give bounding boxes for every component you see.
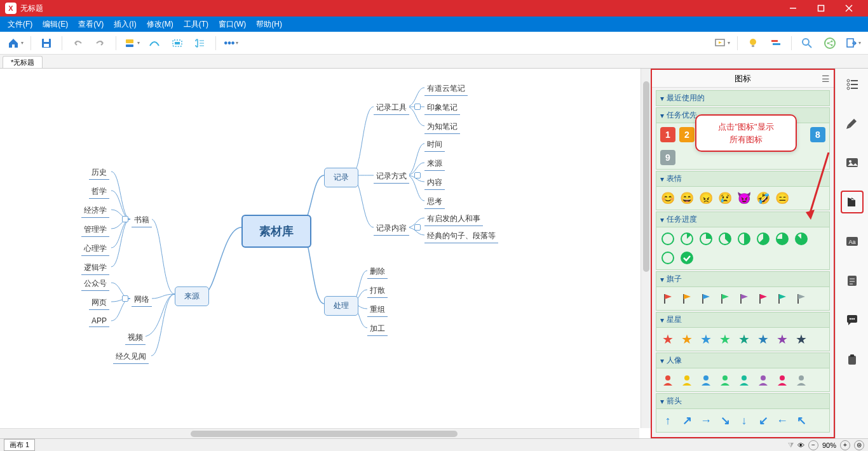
boundary-button[interactable] [167,34,187,52]
comments-panel-button[interactable] [841,309,864,332]
undo-button[interactable] [67,34,88,52]
emotion-icon[interactable]: 😑 [775,191,790,206]
node-record-tool[interactable]: 记录工具 [374,101,409,115]
menu-modify[interactable]: 修改(M) [142,17,179,32]
task-panel-button[interactable] [841,348,864,371]
priority-icon[interactable]: 8 [810,127,825,142]
icons-panel-button[interactable] [841,191,864,213]
star-icon[interactable]: ★ [698,332,714,347]
progress-icon[interactable] [660,250,675,266]
star-icon[interactable]: ★ [756,332,771,347]
menu-file[interactable]: 文件(F) [3,17,37,32]
person-icon[interactable] [736,372,752,387]
node-leaf[interactable]: 网页 [89,296,109,310]
flag-icon[interactable] [679,291,695,306]
format-panel-button[interactable] [841,112,864,135]
filter-icon[interactable]: ⧩ [788,441,794,449]
star-icon[interactable]: ★ [717,332,733,347]
node-leaf[interactable]: 印象笔记 [424,101,460,115]
minimize-button[interactable] [779,0,807,17]
more-button[interactable]: •••▾ [221,34,241,52]
flag-icon[interactable] [775,291,790,306]
arrow-icon[interactable]: → [698,413,714,428]
node-central[interactable]: 素材库 [241,215,311,248]
node-record-content[interactable]: 记录内容 [374,222,409,236]
fork-icon[interactable] [414,224,421,231]
progress-icon[interactable] [775,231,790,246]
node-leaf[interactable]: 公众号 [81,277,109,291]
close-button[interactable] [835,0,863,17]
scrollbar-vertical[interactable] [641,69,651,428]
relationship-button[interactable] [144,34,165,52]
node-leaf[interactable]: 思考 [424,195,445,209]
section-recent[interactable]: ▾ 最近使用的 [656,90,830,106]
star-icon[interactable]: ★ [736,332,752,347]
priority-icon[interactable]: 2 [679,127,695,142]
zoom-fit-button[interactable]: ⊜ [854,440,864,450]
progress-done-icon[interactable] [679,250,695,266]
arrow-icon[interactable]: ↘ [717,413,733,428]
flag-icon[interactable] [794,291,809,306]
text-panel-button[interactable]: Aa [841,230,864,253]
person-icon[interactable] [698,372,714,387]
emotion-icon[interactable]: 🤣 [756,191,771,206]
section-emotion[interactable]: ▾ 表情 [656,171,830,187]
node-network[interactable]: 网络 [132,293,152,307]
summary-button[interactable] [190,34,210,52]
image-panel-button[interactable] [841,151,864,174]
star-icon[interactable]: ★ [794,332,809,347]
arrow-icon[interactable]: ← [775,413,790,428]
person-icon[interactable] [717,372,733,387]
progress-icon[interactable] [660,231,675,246]
menu-insert[interactable]: 插入(I) [109,17,141,32]
progress-icon[interactable] [698,231,714,246]
arrow-icon[interactable]: ↓ [736,413,752,428]
node-process[interactable]: 处理 [324,296,358,316]
panel-menu-icon[interactable]: ☰ [822,74,830,84]
flag-icon[interactable] [736,291,752,306]
star-icon[interactable]: ★ [775,332,790,347]
flag-icon[interactable] [756,291,771,306]
flag-icon[interactable] [660,291,675,306]
menu-view[interactable]: 查看(V) [73,17,109,32]
save-button[interactable] [36,34,57,52]
node-leaf[interactable]: 管理学 [81,223,109,237]
section-stars[interactable]: ▾ 星星 [656,312,830,328]
menu-edit[interactable]: 编辑(E) [37,17,73,32]
emotion-icon[interactable]: 😈 [736,191,752,206]
node-leaf[interactable]: 逻辑学 [81,261,109,275]
node-experience[interactable]: 经久见闻 [113,350,149,364]
node-leaf[interactable]: 加工 [367,322,388,336]
arrow-icon[interactable]: ↖ [794,413,809,428]
arrow-icon[interactable]: ↙ [756,413,771,428]
presentation-button[interactable]: ▾ [712,34,732,52]
node-record[interactable]: 记录 [324,168,358,187]
mindmap-canvas[interactable]: 素材库 来源 书籍 历史 哲学 经济学 管理学 心理学 逻辑学 网络 公众号 网… [0,69,651,438]
person-icon[interactable] [756,372,771,387]
share-button[interactable] [820,34,840,52]
arrow-icon[interactable]: ↑ [660,413,675,428]
section-flags[interactable]: ▾ 旗子 [656,271,830,287]
priority-icon[interactable]: 9 [660,150,675,165]
node-leaf[interactable]: 时间 [424,138,445,152]
person-icon[interactable] [794,372,809,387]
redo-button[interactable] [90,34,111,52]
zoom-out-button[interactable]: − [808,440,818,450]
emotion-icon[interactable]: 😢 [717,191,733,206]
progress-icon[interactable] [717,231,733,246]
node-leaf[interactable]: 有启发的人和事 [424,212,483,226]
progress-icon[interactable] [794,231,809,246]
node-leaf[interactable]: APP [89,315,109,327]
node-leaf[interactable]: 删除 [367,265,388,279]
tab-untitled[interactable]: *无标题 [3,56,43,68]
flag-icon[interactable] [698,291,714,306]
node-video[interactable]: 视频 [125,331,146,345]
person-icon[interactable] [679,372,695,387]
fork-icon[interactable] [414,172,421,178]
arrow-icon[interactable]: ↗ [679,413,695,428]
search-button[interactable] [797,34,817,52]
scrollbar-horizontal[interactable] [0,428,639,438]
progress-icon[interactable] [736,231,752,246]
node-books[interactable]: 书籍 [132,213,152,227]
fork-icon[interactable] [122,216,128,222]
